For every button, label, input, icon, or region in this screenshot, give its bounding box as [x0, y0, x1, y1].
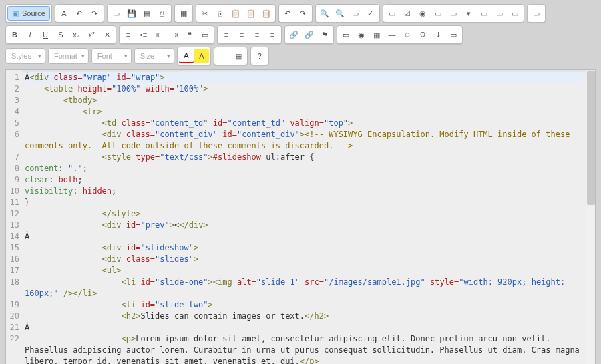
source-button[interactable]: ▣Source: [7, 6, 50, 21]
editor-wrapper: ▣SourceA↶↷▭💾▤⎙▦✂⎘📋📋📋↶↷🔍🔍▭✓▭☑◉▭▭▾▭▭▭▭ BIU…: [0, 0, 601, 364]
bulletlist-icon[interactable]: •≡: [136, 27, 151, 42]
code-line[interactable]: <h2>Slides can contain images or text.</…: [25, 311, 583, 322]
code-line[interactable]: </style>: [25, 208, 583, 220]
toolbar-row-1: ▣SourceA↶↷▭💾▤⎙▦✂⎘📋📋📋↶↷🔍🔍▭✓▭☑◉▭▭▾▭▭▭▭: [3, 3, 598, 24]
save-icon[interactable]: 💾: [124, 6, 139, 21]
code-line[interactable]: <p>Lorem ipsum dolor sit amet, consectet…: [25, 333, 583, 364]
justify-icon[interactable]: ≡: [265, 27, 280, 42]
textarea-icon[interactable]: ▭: [446, 6, 461, 21]
div-icon[interactable]: ▭: [198, 27, 212, 42]
size-combo[interactable]: Size: [134, 48, 174, 64]
textcolor-icon[interactable]: A: [179, 49, 194, 63]
code-line[interactable]: <li id="slide-two">: [25, 299, 583, 311]
subscript-icon[interactable]: x₂: [69, 27, 83, 42]
textfield-icon[interactable]: ▭: [431, 6, 445, 21]
line-number: 13: [6, 220, 19, 231]
code-line[interactable]: Â: [25, 322, 583, 333]
bgcolor-icon[interactable]: A: [194, 49, 209, 63]
code-line[interactable]: <table height="100%" width="100%">: [25, 83, 583, 95]
line-number: 11: [6, 197, 19, 208]
cut-icon[interactable]: ✂: [198, 6, 212, 21]
imagebutton-icon[interactable]: ▭: [492, 6, 507, 21]
code-line[interactable]: <td class="content_td" id="content_td" v…: [25, 118, 583, 129]
find-icon[interactable]: 🔍: [317, 6, 332, 21]
line-number: 2: [6, 83, 19, 95]
italic-icon[interactable]: I: [23, 27, 37, 42]
flash-icon[interactable]: ◉: [354, 27, 369, 42]
code-line[interactable]: clear: both;: [25, 174, 583, 186]
code-line[interactable]: visibility: hidden;: [25, 186, 583, 197]
spellcheck-icon[interactable]: ✓: [363, 6, 378, 21]
undo-icon[interactable]: ↶: [280, 6, 295, 21]
outdent-icon[interactable]: ⇤: [152, 27, 166, 42]
numberedlist-icon[interactable]: ≡: [121, 27, 136, 42]
print-icon[interactable]: ⎙: [155, 6, 170, 21]
pagebreak-icon[interactable]: ⤓: [431, 27, 445, 42]
select-icon[interactable]: ▾: [461, 6, 476, 21]
scroll-thumb[interactable]: [587, 71, 595, 205]
blockquote-icon[interactable]: ❝: [182, 27, 197, 42]
copy-icon[interactable]: ⎘: [213, 6, 228, 21]
code-line[interactable]: <tbody>: [25, 95, 583, 106]
button-icon[interactable]: ▭: [477, 6, 491, 21]
iframe-icon[interactable]: ▭: [446, 27, 461, 42]
alignleft-icon[interactable]: ≡: [219, 27, 234, 42]
table-icon[interactable]: ▦: [369, 27, 384, 42]
hiddenfield-icon[interactable]: ▭: [508, 6, 522, 21]
code-line[interactable]: <div id="prev"><</div>: [25, 220, 583, 231]
code-line[interactable]: <div class="slides">: [25, 254, 583, 265]
bold-icon[interactable]: B: [7, 27, 22, 42]
paste-word-icon[interactable]: 📋: [259, 6, 274, 21]
unlink-icon[interactable]: 🔗: [302, 27, 317, 42]
code-line[interactable]: Â<div class="wrap" id="wrap">: [25, 72, 583, 83]
strike-icon[interactable]: S: [53, 27, 68, 42]
vertical-scrollbar[interactable]: ▲ ▼: [586, 70, 595, 364]
code-line[interactable]: Â: [25, 231, 583, 242]
selectall-icon[interactable]: ▭: [348, 6, 363, 21]
paste-icon[interactable]: 📋: [228, 6, 243, 21]
superscript-icon[interactable]: x²: [84, 27, 99, 42]
paste-text-icon[interactable]: 📋: [244, 6, 258, 21]
replace-icon[interactable]: 🔍: [333, 6, 347, 21]
checkbox-icon[interactable]: ☑: [400, 6, 415, 21]
line-number: 12: [6, 208, 19, 220]
aligncenter-icon[interactable]: ≡: [234, 27, 249, 42]
removeformat-icon[interactable]: ✕: [99, 27, 114, 42]
undo-arrow-icon[interactable]: ↶: [72, 6, 87, 21]
specialchar-icon[interactable]: Ω: [415, 27, 430, 42]
code-line[interactable]: <style type="text/css">#slideshow ul:aft…: [25, 152, 583, 163]
newpage-icon[interactable]: ▭: [109, 6, 124, 21]
link-icon[interactable]: 🔗: [286, 27, 301, 42]
radio-icon[interactable]: ◉: [415, 6, 430, 21]
code-line[interactable]: }: [25, 197, 583, 208]
alignright-icon[interactable]: ≡: [250, 27, 264, 42]
redo-arrow-icon[interactable]: ↷: [87, 6, 102, 21]
indent-icon[interactable]: ⇥: [167, 27, 182, 42]
hr-icon[interactable]: —: [385, 27, 399, 42]
code-line[interactable]: <tr>: [25, 106, 583, 118]
preview-icon[interactable]: ▤: [140, 6, 154, 21]
redo-icon[interactable]: ↷: [296, 6, 311, 21]
form-icon[interactable]: ▭: [385, 6, 399, 21]
code-line[interactable]: <ul>: [25, 265, 583, 277]
code-content[interactable]: Â<div class="wrap" id="wrap"> <table hei…: [22, 70, 586, 364]
line-number: 18: [6, 277, 19, 299]
smiley-icon[interactable]: ☺: [400, 27, 415, 42]
source-code-area[interactable]: 123456789101112131415161718192021222324 …: [5, 69, 596, 364]
code-line[interactable]: content: ".";: [25, 163, 583, 174]
code-line[interactable]: <div id="slideshow">: [25, 242, 583, 254]
font-combo[interactable]: Font: [91, 48, 132, 64]
code-line[interactable]: <li id="slide-one"><img alt="slide 1" sr…: [25, 277, 583, 299]
styles-combo[interactable]: Styles: [5, 48, 45, 64]
showblocks-icon[interactable]: ▦: [231, 49, 246, 63]
about-icon[interactable]: ?: [252, 49, 267, 63]
maximize-icon[interactable]: ⛶: [216, 49, 230, 63]
code-line[interactable]: <div class="content_div" id="content_div…: [25, 129, 583, 152]
templates-icon[interactable]: ▦: [176, 6, 191, 21]
unknown-btn-icon[interactable]: ▭: [529, 6, 544, 21]
image-icon[interactable]: ▭: [339, 27, 353, 42]
underline-icon[interactable]: U: [38, 27, 53, 42]
cut-icon[interactable]: A: [57, 6, 71, 21]
anchor-icon[interactable]: ⚑: [317, 27, 332, 42]
format-combo[interactable]: Format: [48, 48, 89, 64]
